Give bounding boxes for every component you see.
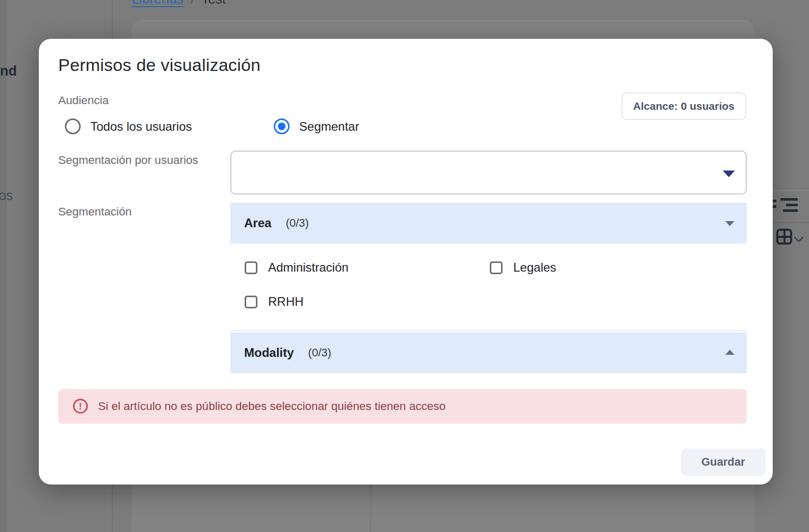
audience-options: Todos los usuarios Segmentar bbox=[65, 118, 359, 134]
radio-segment[interactable] bbox=[274, 118, 290, 134]
chevron-down-icon bbox=[795, 233, 803, 241]
user-segmentation-label: Segmentación por usuarios bbox=[58, 154, 198, 167]
segmentation-panel: Area (0/3) Administración Legales RRHH bbox=[230, 203, 747, 373]
error-circle-icon: ! bbox=[73, 399, 88, 414]
background-left-strip bbox=[0, 0, 7, 532]
align-right-icon bbox=[780, 198, 798, 212]
collapse-down-icon[interactable] bbox=[725, 221, 734, 226]
breadcrumb-link: Librerías bbox=[132, 0, 183, 7]
radio-all-users-label[interactable]: Todos los usuarios bbox=[90, 119, 192, 134]
alert-text: Si el artículo no es público debes selec… bbox=[98, 389, 445, 424]
checkbox[interactable] bbox=[490, 261, 503, 274]
checkbox[interactable] bbox=[245, 261, 257, 274]
sidebar-item-fragment-bottom: os bbox=[0, 188, 13, 204]
collapse-up-icon[interactable] bbox=[725, 350, 734, 355]
validation-alert: ! Si el artículo no es público debes sel… bbox=[58, 389, 747, 424]
breadcrumb-separator: / bbox=[191, 0, 194, 7]
group-header-area[interactable]: Area (0/3) bbox=[230, 203, 747, 244]
save-button[interactable]: Guardar bbox=[681, 448, 766, 476]
radio-all-users[interactable] bbox=[65, 118, 81, 134]
permissions-dialog: Permisos de visualización Audiencia Alca… bbox=[39, 39, 773, 485]
audience-label: Audiencia bbox=[58, 94, 109, 107]
dialog-title: Permisos de visualización bbox=[58, 55, 260, 75]
checkbox-label[interactable]: Legales bbox=[513, 260, 556, 275]
breadcrumb-current: Test bbox=[201, 0, 226, 7]
radio-segment-label[interactable]: Segmentar bbox=[299, 119, 359, 134]
toolbar-divider-bottom bbox=[773, 222, 809, 223]
group-name: Area bbox=[244, 216, 271, 230]
group-name: Modality bbox=[244, 346, 294, 360]
toolbar-divider-top bbox=[773, 190, 809, 191]
partial-icon bbox=[773, 200, 776, 202]
checkbox-item-legales[interactable]: Legales bbox=[490, 260, 556, 275]
segmentation-label: Segmentación bbox=[58, 205, 132, 219]
group-count: (0/3) bbox=[308, 346, 331, 359]
select-caret-icon bbox=[723, 171, 735, 177]
checkbox-item-rrhh[interactable]: RRHH bbox=[245, 295, 303, 309]
table-icon bbox=[776, 229, 792, 245]
scope-badge: Alcance: 0 usuarios bbox=[622, 92, 746, 120]
checkbox-label[interactable]: RRHH bbox=[268, 295, 303, 309]
screen: Librerías/Test nd os Permisos de visuali… bbox=[0, 0, 809, 532]
breadcrumb: Librerías/Test bbox=[132, 0, 226, 7]
partial-icon bbox=[773, 205, 776, 208]
group-body-area: Administración Legales RRHH bbox=[230, 244, 747, 331]
checkbox-label[interactable]: Administración bbox=[268, 260, 348, 275]
background-panel-divider bbox=[370, 485, 371, 532]
sidebar-item-fragment-top: nd bbox=[0, 63, 17, 79]
checkbox-item-administracion[interactable]: Administración bbox=[245, 260, 348, 275]
group-count: (0/3) bbox=[285, 216, 308, 230]
user-segmentation-select[interactable] bbox=[230, 151, 747, 195]
checkbox[interactable] bbox=[245, 296, 257, 308]
group-header-modality[interactable]: Modality (0/3) bbox=[230, 332, 747, 373]
